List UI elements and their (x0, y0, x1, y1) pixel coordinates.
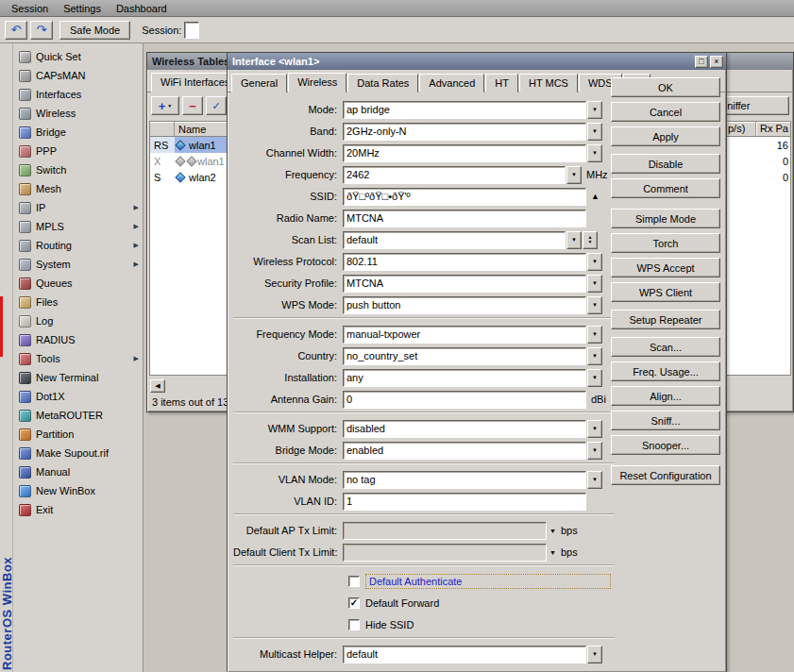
align-button[interactable]: Align... (611, 386, 720, 406)
sidebar-item-system[interactable]: System▶ (13, 255, 143, 274)
undo-button[interactable]: ↶ (5, 21, 27, 40)
sidebar-item-exit[interactable]: Exit (13, 500, 143, 519)
sidebar-item-dot1x[interactable]: Dot1X (13, 387, 143, 406)
frequency-input[interactable] (343, 166, 566, 184)
name-column-header[interactable]: Name (175, 124, 206, 135)
snooper-button[interactable]: Snooper... (611, 435, 720, 455)
sidebar-item-queues[interactable]: Queues (13, 274, 143, 293)
country-input[interactable] (343, 347, 586, 365)
dropdown-arrow-icon[interactable]: ▼ (566, 231, 582, 249)
vlan-mode-input[interactable] (343, 471, 586, 489)
dropdown-arrow-icon[interactable]: ▼ (549, 549, 556, 556)
dropdown-arrow-icon[interactable]: ▼ (587, 471, 602, 489)
default-authenticate-checkbox[interactable] (348, 576, 360, 587)
sidebar-item-quick-set[interactable]: Quick Set (13, 47, 143, 66)
dropdown-arrow-icon[interactable]: ▼ (587, 275, 602, 293)
sidebar-item-make-supout[interactable]: Make Supout.rif (13, 444, 143, 462)
sidebar-item-interfaces[interactable]: Interfaces (13, 85, 143, 104)
band-input[interactable] (343, 123, 586, 141)
dropdown-arrow-icon[interactable]: ▼ (587, 646, 602, 664)
sidebar-item-switch[interactable]: Switch (13, 160, 143, 179)
default-authenticate-label[interactable]: Default Authenticate (365, 574, 611, 589)
add-interface-button[interactable]: +▼ (151, 96, 179, 115)
bridge-mode-input[interactable] (343, 442, 586, 460)
sidebar-item-manual[interactable]: Manual (13, 462, 143, 481)
wps-mode-input[interactable] (343, 296, 586, 314)
wps-accept-button[interactable]: WPS Accept (611, 258, 720, 277)
apply-button[interactable]: Apply (611, 126, 720, 146)
dropdown-arrow-icon[interactable]: ▼ (549, 528, 556, 534)
radio-name-input[interactable] (343, 210, 586, 227)
menu-dashboard[interactable]: Dashboard (109, 2, 175, 15)
sidebar-item-tools[interactable]: Tools▶ (13, 349, 143, 368)
tab-ht[interactable]: HT (485, 74, 518, 92)
maximize-button[interactable]: □ (695, 56, 708, 68)
scan-list-input[interactable] (343, 231, 566, 249)
default-forward-label[interactable]: Default Forward (365, 597, 439, 609)
dialog-titlebar[interactable]: Interface <wlan1> □ × (228, 53, 726, 70)
dropdown-arrow-icon[interactable]: ▼ (587, 369, 602, 387)
tx-pps-column-header[interactable]: p/s) (728, 123, 745, 134)
rx-column-header[interactable]: Rx Pa (760, 123, 788, 134)
security-profile-input[interactable] (343, 275, 586, 293)
torch-button[interactable]: Torch (611, 233, 720, 253)
antenna-gain-input[interactable] (343, 391, 586, 409)
dropdown-arrow-icon[interactable]: ▼ (587, 420, 602, 438)
dropdown-arrow-icon[interactable]: ▼ (587, 101, 602, 119)
tab-advanced[interactable]: Advanced (419, 74, 484, 92)
hscroll-left-button[interactable]: ◀ (150, 379, 165, 393)
sidebar-item-partition[interactable]: Partition (13, 425, 143, 444)
hide-ssid-checkbox[interactable] (348, 619, 360, 630)
sidebar-item-metarouter[interactable]: MetaROUTER (13, 406, 143, 425)
sidebar-item-ppp[interactable]: PPP (13, 142, 143, 160)
menu-session[interactable]: Session (4, 2, 56, 15)
vlan-id-input[interactable] (343, 493, 586, 511)
ssid-input[interactable] (343, 188, 586, 206)
dropdown-arrow-icon[interactable]: ▼ (587, 296, 602, 314)
wps-client-button[interactable]: WPS Client (611, 282, 720, 302)
close-button[interactable]: × (710, 56, 723, 68)
tab-general[interactable]: General (231, 74, 287, 92)
spinner-icon[interactable]: ▲▼ (583, 231, 598, 249)
sidebar-item-bridge[interactable]: Bridge (13, 123, 143, 142)
redo-button[interactable]: ↷ (30, 21, 53, 40)
tab-ht-mcs[interactable]: HT MCS (519, 74, 578, 92)
safe-mode-button[interactable]: Safe Mode (59, 21, 130, 40)
simple-mode-button[interactable]: Simple Mode (611, 209, 720, 228)
sidebar-item-files[interactable]: Files (13, 293, 143, 311)
scan-button[interactable]: Scan... (611, 337, 720, 357)
hide-ssid-label[interactable]: Hide SSID (365, 619, 414, 630)
remove-interface-button[interactable]: − (182, 96, 203, 115)
sidebar-item-routing[interactable]: Routing▶ (13, 236, 143, 255)
dropdown-arrow-icon[interactable]: ▼ (587, 347, 602, 365)
sidebar-item-mesh[interactable]: Mesh (13, 179, 143, 198)
setup-repeater-button[interactable]: Setup Repeater (611, 310, 720, 329)
sidebar-item-radius[interactable]: RADIUS (13, 330, 143, 349)
sniff-button[interactable]: Sniff... (611, 411, 720, 430)
sidebar-item-mpls[interactable]: MPLS▶ (13, 217, 143, 236)
default-forward-checkbox[interactable]: ✓ (348, 597, 360, 609)
dropdown-arrow-icon[interactable]: ▼ (587, 123, 602, 141)
menu-settings[interactable]: Settings (56, 2, 109, 15)
collapse-arrow-icon[interactable]: ▲ (591, 192, 600, 201)
ok-button[interactable]: OK (611, 77, 720, 97)
session-box[interactable] (184, 22, 199, 39)
wmm-support-input[interactable] (343, 420, 586, 438)
tab-wireless[interactable]: Wireless (288, 73, 346, 92)
multicast-helper-input[interactable] (343, 646, 586, 664)
dropdown-arrow-icon[interactable]: ▼ (587, 253, 602, 271)
installation-input[interactable] (343, 369, 586, 387)
sidebar-item-new-terminal[interactable]: New Terminal (13, 368, 143, 387)
frequency-mode-input[interactable] (343, 326, 586, 344)
sidebar-item-ip[interactable]: IP▶ (13, 198, 143, 217)
sidebar-item-new-winbox[interactable]: New WinBox (13, 481, 143, 500)
sidebar-item-wireless[interactable]: Wireless (13, 104, 143, 123)
reset-configuration-button[interactable]: Reset Configuration (611, 465, 720, 485)
dropdown-arrow-icon[interactable]: ▼ (566, 166, 582, 184)
enable-interface-button[interactable]: ✓ (206, 96, 227, 115)
comment-button[interactable]: Comment (611, 178, 720, 198)
dropdown-arrow-icon[interactable]: ▼ (587, 144, 602, 162)
dropdown-arrow-icon[interactable]: ▼ (587, 442, 602, 460)
sidebar-item-capsman[interactable]: CAPsMAN (13, 66, 143, 85)
mode-input[interactable] (343, 101, 586, 119)
